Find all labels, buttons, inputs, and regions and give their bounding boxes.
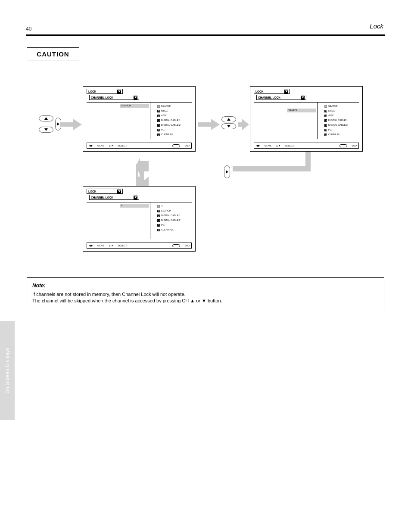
header-rule bbox=[26, 34, 385, 36]
section-title: Lock bbox=[370, 22, 383, 30]
page-number: 40 bbox=[26, 26, 31, 32]
